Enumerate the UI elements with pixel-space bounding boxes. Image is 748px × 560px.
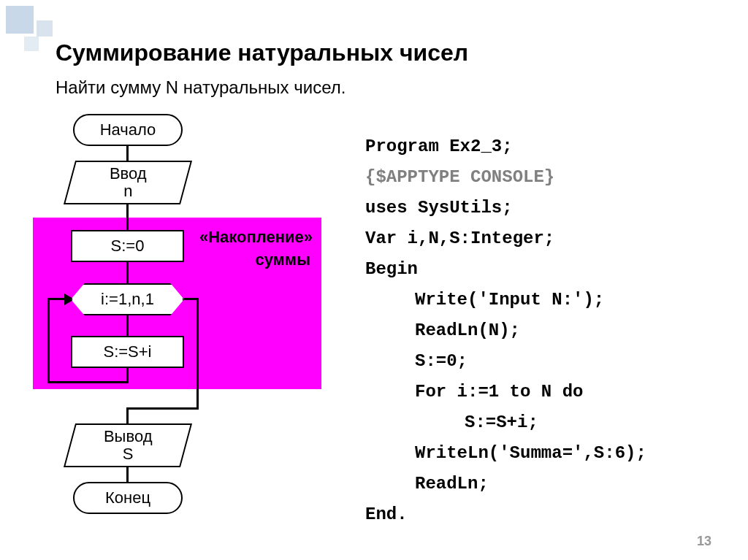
flowchart-init: S:=0 <box>71 230 184 262</box>
flowchart-body: S:=S+i <box>71 336 184 368</box>
code-line: WriteLn('Summa=',S:6); <box>365 438 646 469</box>
annotation-label: «Накопление» суммы <box>199 226 313 272</box>
flowchart: «Накопление» суммы Начало Ввод n S:=0 i:… <box>33 110 325 518</box>
code-line: Var i,N,S:Integer; <box>365 223 646 254</box>
deco-square-1 <box>6 6 34 34</box>
flowchart-loop: i:=1,n,1 <box>71 283 184 315</box>
connector <box>126 467 129 482</box>
connector <box>126 368 129 383</box>
code-line: Begin <box>365 254 646 285</box>
slide-subtitle: Найти сумму N натуральных чисел. <box>56 77 346 98</box>
code-block: Program Ex2_3; {$APPTYPE CONSOLE} uses S… <box>365 131 646 530</box>
connector <box>47 298 50 383</box>
code-line: Program Ex2_3; <box>365 131 646 162</box>
code-line: uses SysUtils; <box>365 193 646 223</box>
code-line: For i:=1 to N do <box>365 377 646 407</box>
page-number: 13 <box>697 534 711 549</box>
code-line: ReadLn(N); <box>365 315 646 346</box>
connector <box>47 381 129 383</box>
connector <box>126 315 129 336</box>
flowchart-end: Конец <box>73 482 183 514</box>
connector <box>126 146 129 161</box>
code-line: ReadLn; <box>365 469 646 499</box>
connector <box>126 407 199 410</box>
slide-title: Суммирование натуральных чисел <box>56 39 468 66</box>
flowchart-start: Начало <box>73 114 183 146</box>
deco-square-3 <box>24 37 39 51</box>
code-line: Write('Input N:'); <box>365 285 646 315</box>
code-line: S:=S+i; <box>365 407 646 438</box>
connector <box>126 204 129 230</box>
code-line: S:=0; <box>365 346 646 377</box>
deco-square-2 <box>37 20 53 37</box>
connector <box>126 407 129 423</box>
code-line: End. <box>365 499 646 530</box>
flowchart-input: Ввод n <box>64 161 192 204</box>
connector <box>196 298 199 409</box>
code-line: {$APPTYPE CONSOLE} <box>365 162 646 193</box>
flowchart-output: Вывод S <box>64 423 192 467</box>
connector <box>126 262 129 283</box>
